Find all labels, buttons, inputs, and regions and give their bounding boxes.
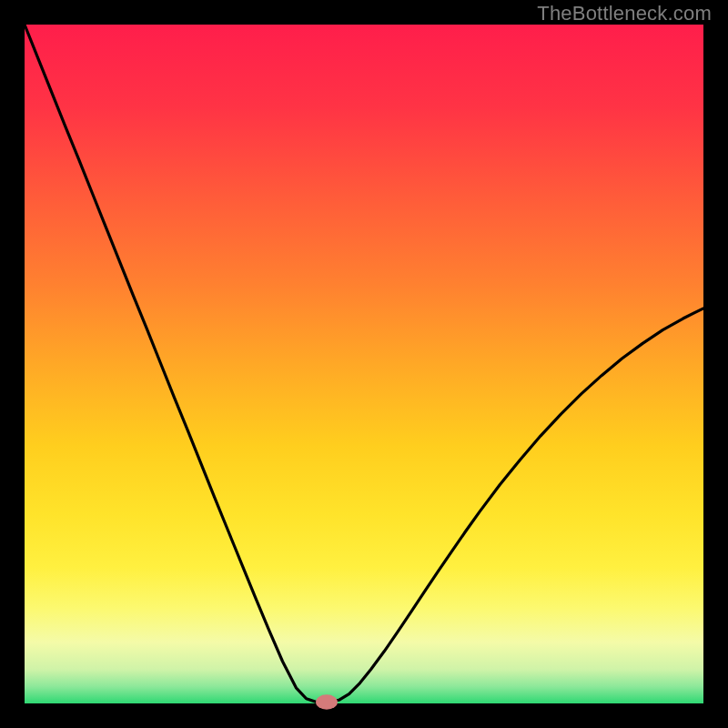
optimal-marker [316,694,338,709]
outer-frame: TheBottleneck.com [0,0,728,728]
plot-background [25,25,703,703]
bottleneck-chart [0,0,728,728]
